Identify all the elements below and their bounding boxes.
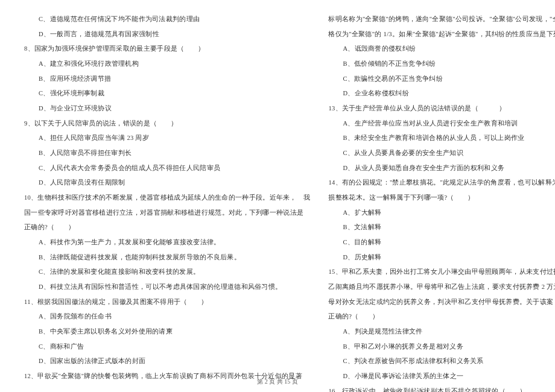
option-text: A、担任人民陪审员应当年满 23 周岁 bbox=[24, 131, 310, 146]
option-text: B、人民陪审员不得担任审判长 bbox=[24, 146, 310, 161]
question-text: 13、关于生产经营单位从业人员的说法错误的是（ ） bbox=[328, 101, 555, 116]
content-columns: C、道德规范在任何情况下均不能作为司法裁判的理由 D、一般而言，道德规范具有国家… bbox=[24, 12, 531, 371]
option-text: C、欺骗性交易的不正当竞争纠纷 bbox=[328, 72, 555, 87]
question-text: 标明名称为"全聚德"的烤鸭，遂向"全聚德"公司投诉。"全聚德"公司发现，"全聚德… bbox=[328, 12, 555, 27]
question-text: 正确的?（ ） bbox=[24, 220, 310, 235]
option-text: A、诋毁商誉的侵权纠纷 bbox=[328, 42, 555, 57]
option-text: D、国家出版的法律正式版本的封面 bbox=[24, 354, 310, 369]
option-text: B、应用环境经济调节措 bbox=[24, 72, 310, 87]
question-text: 正确的?（ ） bbox=[328, 309, 555, 324]
option-text: C、人民代表大会常务委员会的组成人员不得担任人民陪审员 bbox=[24, 161, 310, 176]
option-text: A、建立和强化环境行政管理机构 bbox=[24, 57, 310, 72]
question-text: 14、有的公园规定："禁止攀枝摘花。"此规定从法学的角度看，也可以解释为：不允许… bbox=[328, 175, 555, 191]
option-text: B、中央军委主席以职务名义对外使用的请柬 bbox=[24, 324, 310, 340]
question-text: 10、生物科技和医疗技术的不断发展，使器官移植成为延续人的生命的一种手段。近年来… bbox=[24, 191, 310, 206]
option-text: A、国务院颁布的任命书 bbox=[24, 309, 310, 324]
question-text: 11、根据我国国徽法的规定，国徽及其图案不得用于（ ） bbox=[24, 295, 310, 310]
option-text: A、判决是规范性法律文件 bbox=[328, 324, 555, 340]
option-text: D、人民陪审员没有任期限制 bbox=[24, 175, 310, 191]
option-text: D、与企业订立环境协议 bbox=[24, 101, 310, 116]
left-column: C、道德规范在任何情况下均不能作为司法裁判的理由 D、一般而言，道德规范具有国家… bbox=[24, 12, 310, 371]
option-text: B、低价倾销的不正当竞争纠纷 bbox=[328, 57, 555, 72]
question-text: 8、国家为加强环境保护管理而采取的最主要手段是（ ） bbox=[24, 42, 310, 57]
question-text: 损整株花木。这一解释属于下列哪一项?（ ） bbox=[328, 191, 555, 206]
option-text: B、文法解释 bbox=[328, 220, 555, 235]
option-text: A、科技作为第一生产力，其发展和变化能够直接改变法律。 bbox=[24, 235, 310, 250]
option-text: D、科技立法具有国际性和普适性，可以不考虑具体国家的伦理道德和风俗习惯。 bbox=[24, 280, 310, 295]
question-text: 国一些专家呼吁对器官移植进行立法，对器官捐献和移植进行规范。对此，下列哪一种说法… bbox=[24, 206, 310, 221]
option-text: D、历史解释 bbox=[328, 250, 555, 265]
option-text: A、扩大解释 bbox=[328, 206, 555, 221]
question-text: 15、甲和乙系夫妻，因外出打工将女儿小琳交由甲母照顾两年，从未支付过抚养费。后甲… bbox=[328, 265, 555, 280]
option-text: C、从业人员要具备必要的安全生产知识 bbox=[328, 146, 555, 161]
option-text: A、生产经营单位应当对从业人员进行安全生产教育和培训 bbox=[328, 116, 555, 131]
option-text: B、甲和乙对小琳的抚养义务是相对义务 bbox=[328, 340, 555, 355]
option-text: B、未经安全生产教育和培训合格的从业人员，可以上岗作业 bbox=[328, 131, 555, 146]
option-text: C、道德规范在任何情况下均不能作为司法裁判的理由 bbox=[24, 12, 310, 27]
option-text: C、法律的发展和变化能直接影响和改变科技的发展。 bbox=[24, 265, 310, 280]
question-text: 乙闹离婚且均不愿抚养小琳。甲母将甲和乙告上法庭，要求支付抚养费 2 万元。法院认… bbox=[328, 280, 555, 295]
option-text: C、判决在原被告间不形成法律权利和义务关系 bbox=[328, 354, 555, 369]
page-footer: 第 2 页 共 15 页 bbox=[0, 378, 555, 386]
option-text: D、一般而言，道德规范具有国家强制性 bbox=[24, 27, 310, 42]
option-text: D、从业人员要知悉自身在安全生产方面的权利和义务 bbox=[328, 161, 555, 176]
question-text: 9、以下关于人民陪审员的说法，错误的是（ ） bbox=[24, 116, 310, 131]
option-text: C、强化环境刑事制裁 bbox=[24, 86, 310, 101]
question-text: 母对孙女无法定或约定的抚养义务，判决甲和乙支付甲母抚养费。关于该案，下列哪一选项… bbox=[328, 295, 555, 310]
option-text: D、企业名称侵权纠纷 bbox=[328, 86, 555, 101]
option-text: C、目的解释 bbox=[328, 235, 555, 250]
right-column: 标明名称为"全聚德"的烤鸭，遂向"全聚德"公司投诉。"全聚德"公司发现，"全聚德… bbox=[328, 12, 555, 371]
option-text: B、法律既能促进科技发展，也能抑制科技发展所导致的不良后果。 bbox=[24, 250, 310, 265]
option-text: C、商标和广告 bbox=[24, 340, 310, 355]
question-text: 格仅为"全聚德"的 1/3。如果"全聚德"起诉"全聚德"，其纠纷的性质应当是下列… bbox=[328, 27, 555, 42]
